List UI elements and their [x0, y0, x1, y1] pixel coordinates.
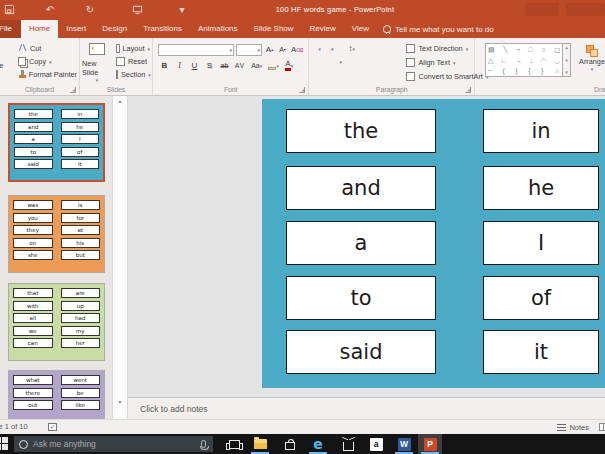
dropbox-button[interactable]	[336, 434, 360, 454]
word-card-left-5[interactable]: said	[286, 330, 436, 374]
shape-icon[interactable]: ○	[541, 45, 545, 54]
shapes-gallery-scrollbar[interactable]: ▴▾≡	[563, 43, 571, 77]
shape-icon[interactable]: ▤	[488, 45, 495, 54]
highlight-color-button[interactable]: ▾	[267, 59, 280, 72]
amazon-button[interactable]: a	[364, 434, 388, 454]
slide-thumbnail-4[interactable]: whatthereoutwentbelike	[8, 370, 105, 419]
undo-icon[interactable]: ↶	[44, 4, 56, 16]
word-card-right-1[interactable]: in	[483, 109, 599, 153]
slide-thumbnail-2[interactable]: wasyoutheyonsheisforathisbut	[8, 195, 105, 273]
taskbar-search[interactable]	[14, 436, 213, 452]
normal-view-icon[interactable]	[599, 423, 605, 431]
word-card-right-5[interactable]: it	[483, 330, 599, 374]
powerpoint-button[interactable]: P	[418, 434, 442, 454]
new-slide-button[interactable]: New Slide ▾	[82, 42, 112, 83]
tab-home[interactable]: Home	[21, 20, 58, 38]
start-slideshow-icon[interactable]	[131, 4, 143, 16]
reset-button[interactable]: Reset	[114, 55, 152, 68]
slide-editing-area[interactable]: theandatosaidinheIofit	[262, 99, 605, 388]
tab-view[interactable]: View	[344, 20, 377, 38]
line-spacing-button[interactable]: ↕▾	[348, 44, 355, 53]
layout-button[interactable]: Layout▾	[114, 42, 152, 55]
paste-button[interactable]: Paste ▾	[0, 41, 12, 76]
tab-animations[interactable]: Animations	[190, 20, 246, 38]
shape-icon[interactable]: ∟	[501, 56, 508, 65]
columns-button[interactable]: ▾	[339, 57, 342, 66]
word-card-left-1[interactable]: the	[286, 109, 436, 153]
microphone-icon[interactable]	[201, 440, 206, 448]
cut-button[interactable]: Cut	[16, 42, 79, 55]
shape-icon[interactable]: }	[541, 66, 543, 75]
shape-icon[interactable]: ◠	[540, 56, 546, 65]
search-input[interactable]	[33, 439, 201, 449]
word-card-left-4[interactable]: to	[286, 276, 436, 320]
change-case-button[interactable]: Aa▾	[250, 59, 263, 72]
word-card-right-3[interactable]: I	[483, 221, 599, 265]
shape-icon[interactable]: △	[488, 56, 493, 65]
redo-icon[interactable]: ↻	[84, 4, 96, 16]
shape-icon[interactable]: {	[528, 66, 530, 75]
clipboard-dialog-launcher[interactable]	[70, 87, 76, 93]
tab-file[interactable]: File	[0, 20, 21, 38]
shape-icon[interactable]: )	[515, 66, 517, 75]
edge-button[interactable]: e	[306, 434, 330, 454]
shape-icon[interactable]: (	[503, 66, 505, 75]
font-size-input[interactable]	[237, 45, 257, 55]
font-name-input[interactable]	[159, 45, 229, 55]
font-dialog-launcher[interactable]	[299, 87, 305, 93]
slide-thumbnail-3[interactable]: thatwithallwecanareuphadmyher	[8, 283, 105, 361]
file-explorer-button[interactable]	[248, 434, 272, 454]
task-view-button[interactable]	[222, 434, 246, 454]
notes-toggle-button[interactable]: Notes	[557, 420, 589, 434]
shrink-font-button[interactable]: A▾	[277, 43, 288, 56]
notes-pane[interactable]: Click to add notes	[128, 397, 605, 419]
customize-qat-icon[interactable]: ▾	[176, 4, 188, 16]
scroll-up-arrow[interactable]: ▲	[113, 96, 127, 106]
underline-button[interactable]: U	[189, 59, 200, 72]
save-icon[interactable]	[3, 4, 15, 16]
tab-review[interactable]: Review	[302, 20, 344, 38]
shape-icon[interactable]: ¬	[516, 45, 520, 54]
font-size-combo[interactable]: ▾	[236, 44, 262, 56]
grow-font-button[interactable]: A▴	[264, 43, 275, 56]
clear-formatting-button[interactable]: A⌫	[290, 43, 304, 56]
tab-transitions[interactable]: Transitions	[135, 20, 190, 38]
bold-button[interactable]: B	[159, 59, 170, 72]
tell-me-box[interactable]: Tell me what you want to do	[377, 20, 500, 38]
shape-icon[interactable]: →	[515, 56, 522, 65]
shape-icon[interactable]: ☆	[554, 66, 560, 75]
tab-design[interactable]: Design	[94, 20, 135, 38]
font-color-button[interactable]: A▾	[284, 59, 295, 72]
scroll-down-arrow[interactable]: ▼	[113, 397, 127, 407]
arrange-button[interactable]: Arrange ▾	[579, 45, 605, 72]
format-painter-button[interactable]: Format Painter	[16, 68, 79, 81]
tab-insert[interactable]: Insert	[58, 20, 94, 38]
italic-button[interactable]: I	[174, 59, 185, 72]
word-card-right-4[interactable]: of	[483, 276, 599, 320]
strikethrough-button[interactable]: ab	[219, 59, 230, 72]
text-shadow-button[interactable]: S	[204, 59, 215, 72]
spell-check-icon[interactable]	[48, 423, 57, 431]
character-spacing-button[interactable]: AV	[234, 59, 246, 72]
shape-icon[interactable]: ~	[488, 66, 492, 75]
slide-thumbnail-1[interactable]: theandatosaidinheIofit	[8, 103, 105, 182]
shape-icon[interactable]: ◡	[554, 56, 560, 65]
section-button[interactable]: Section▾	[114, 68, 152, 81]
paragraph-dialog-launcher[interactable]	[465, 87, 471, 93]
font-name-combo[interactable]: ▾	[158, 44, 234, 56]
start-button[interactable]	[0, 437, 9, 451]
word-card-right-2[interactable]: he	[483, 166, 599, 210]
word-card-left-3[interactable]: a	[286, 221, 436, 265]
copy-button[interactable]: Copy▾	[16, 55, 79, 68]
store-button[interactable]	[278, 434, 302, 454]
word-button[interactable]: W	[392, 434, 416, 454]
notes-placeholder[interactable]: Click to add notes	[128, 404, 208, 414]
shape-icon[interactable]: □	[529, 45, 533, 54]
shapes-gallery[interactable]: ▤╲¬□○◻ △∟→↓◠◡ ~(){}☆	[485, 43, 563, 77]
shape-icon[interactable]: ↓	[530, 56, 534, 65]
shape-icon[interactable]: ╲	[503, 45, 507, 54]
thumbnail-scrollbar[interactable]: ▲ ▼	[112, 96, 128, 419]
word-card-left-2[interactable]: and	[286, 166, 436, 210]
tab-slide-show[interactable]: Slide Show	[246, 20, 302, 38]
shape-icon[interactable]: ◻	[554, 45, 560, 54]
